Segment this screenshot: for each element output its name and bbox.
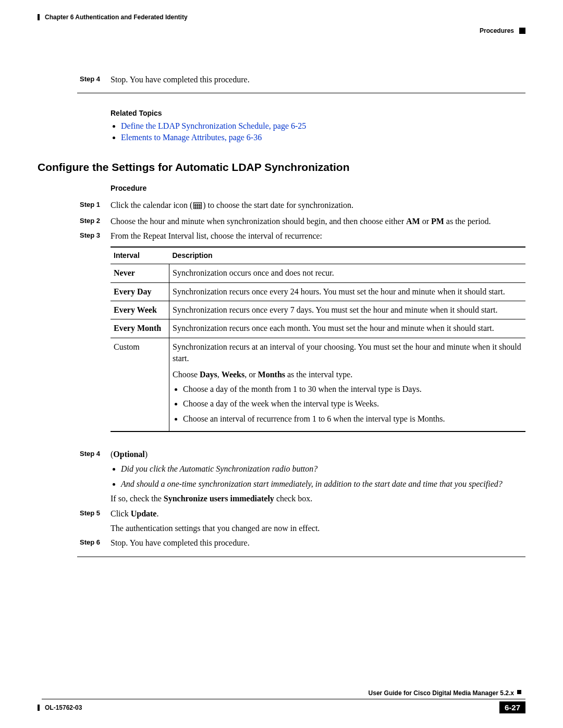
table-header-row: Interval Description	[111, 247, 525, 264]
ifso-line: If so, check the Synchronize users immed…	[111, 493, 525, 504]
footer-doc-id: OL-15762-03	[38, 704, 82, 711]
am-label: AM	[406, 217, 420, 226]
optional-questions: Did you click the Automatic Synchronizat…	[121, 463, 525, 490]
step-body: (Optional) Did you click the Automatic S…	[111, 449, 525, 505]
related-link[interactable]: Define the LDAP Synchronization Schedule…	[121, 121, 306, 130]
step-text: as the period.	[444, 217, 491, 226]
step-text: From the Repeat Interval list, choose th…	[111, 231, 322, 240]
footer-bar-icon	[38, 705, 40, 711]
table-row: Custom Synchronization recurs at an inte…	[111, 338, 525, 431]
step-label: Step 4	[38, 74, 111, 85]
interval-desc-custom: Synchronization recurs at an interval of…	[169, 338, 526, 431]
interval-name: Every Month	[111, 319, 169, 338]
step-text: Choose the hour and minute when synchron…	[111, 217, 406, 226]
footer-guide-title: User Guide for Cisco Digital Media Manag…	[38, 689, 521, 697]
step-label: Step 6	[38, 537, 111, 549]
pm-label: PM	[431, 217, 444, 226]
step-row: Step 4 Stop. You have completed this pro…	[38, 74, 525, 85]
interval-name: Every Day	[111, 282, 169, 301]
step-row: Step 6 Stop. You have completed this pro…	[38, 537, 525, 549]
custom-list-item: Choose an interval of recurrence from 1 …	[183, 413, 522, 425]
footer-line	[42, 699, 525, 699]
procedure-heading: Procedure	[111, 184, 525, 192]
interval-name: Custom	[111, 338, 169, 431]
section-name: Procedures	[480, 27, 514, 34]
question-item: Did you click the Automatic Synchronizat…	[121, 463, 525, 475]
table-header: Interval	[111, 247, 169, 264]
interval-name: Never	[111, 264, 169, 282]
interval-desc: Synchronization occurs once and does not…	[169, 264, 526, 282]
custom-p2: Choose Days, Weeks, or Months as the int…	[173, 369, 522, 380]
interval-table: Interval Description Never Synchronizati…	[111, 246, 525, 433]
table-row: Every Month Synchronization recurs once …	[111, 319, 525, 338]
chapter-title: Chapter 6 Authentication and Federated I…	[45, 14, 188, 21]
question-item: And should a one-time synchronization st…	[121, 478, 525, 490]
step-row: Step 5 Click Update. The authentication …	[38, 508, 525, 535]
related-topics-list: Define the LDAP Synchronization Schedule…	[121, 121, 525, 142]
table-row: Never Synchronization occurs once and do…	[111, 264, 525, 282]
step-label: Step 4	[38, 449, 111, 505]
step-body: Click the calendar icon () to choose the…	[111, 200, 525, 212]
interval-desc: Synchronization recurs once every 7 days…	[169, 301, 526, 319]
calendar-icon	[193, 201, 202, 212]
table-row: Every Week Synchronization recurs once e…	[111, 301, 525, 319]
footer-row: OL-15762-03 6-27	[38, 701, 525, 713]
custom-list-item: Choose a day of the month from 1 to 30 w…	[183, 384, 522, 395]
step-row: Step 1 Click the calendar icon () to cho…	[38, 200, 525, 212]
interval-desc: Synchronization recurs once each month. …	[169, 319, 526, 338]
table-header: Description	[169, 247, 526, 264]
page-number: 6-27	[499, 701, 525, 713]
step-after: The authentication settings that you cha…	[111, 523, 525, 534]
step-label: Step 1	[38, 200, 111, 212]
step-row: Step 3 From the Repeat Interval list, ch…	[38, 230, 525, 432]
related-link-item: Define the LDAP Synchronization Schedule…	[121, 121, 525, 131]
step-row: Step 2 Choose the hour and minute when s…	[38, 216, 525, 227]
related-link-item: Elements to Manage Attributes, page 6-36	[121, 133, 525, 142]
section-marker-icon	[519, 28, 525, 34]
step-row: Step 4 (Optional) Did you click the Auto…	[38, 449, 525, 505]
step-body: Click Update. The authentication setting…	[111, 508, 525, 535]
interval-desc: Synchronization recurs once every 24 hou…	[169, 282, 526, 301]
step-label: Step 5	[38, 508, 111, 535]
step-label: Step 3	[38, 230, 111, 432]
optional-label: Optional	[113, 450, 144, 459]
step-label: Step 2	[38, 216, 111, 227]
header-bar-icon	[38, 14, 40, 20]
step-text: ) to choose the start date for synchroni…	[203, 201, 353, 209]
section-header: Procedures	[38, 27, 525, 34]
divider	[77, 93, 525, 93]
step-text: Stop. You have completed this procedure.	[111, 74, 525, 85]
interval-name: Every Week	[111, 301, 169, 319]
step-text: or	[420, 217, 431, 226]
footer-marker-icon	[517, 690, 521, 694]
step-text: Stop. You have completed this procedure.	[111, 537, 525, 549]
custom-list: Choose a day of the month from 1 to 30 w…	[183, 384, 522, 425]
related-topics-heading: Related Topics	[111, 109, 525, 117]
custom-p1: Synchronization recurs at an interval of…	[173, 341, 522, 365]
table-row: Every Day Synchronization recurs once ev…	[111, 282, 525, 301]
divider	[77, 557, 525, 557]
chapter-header: Chapter 6 Authentication and Federated I…	[38, 14, 525, 21]
page-footer: User Guide for Cisco Digital Media Manag…	[38, 689, 525, 713]
related-link[interactable]: Elements to Manage Attributes, page 6-36	[121, 133, 262, 142]
custom-list-item: Choose a day of the week when the interv…	[183, 398, 522, 410]
step-body: Choose the hour and minute when synchron…	[111, 216, 525, 227]
page: Chapter 6 Authentication and Federated I…	[0, 0, 563, 728]
section-title: Configure the Settings for Automatic LDA…	[38, 161, 525, 174]
step-body: From the Repeat Interval list, choose th…	[111, 230, 525, 432]
step-text: Click the calendar icon (	[111, 201, 192, 209]
